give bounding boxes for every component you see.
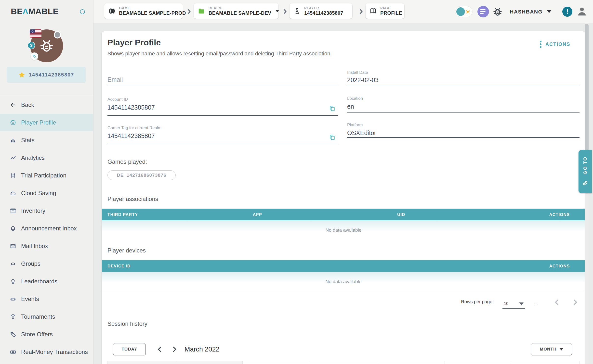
breadcrumb-player-chip[interactable]: PLAYER14541142385807 [290,3,352,19]
sidebar: BEΛMABLE $ 14541142385807 Back Player Pr… [0,0,93,364]
associations-table-header: THIRD PARTY APP UID ACTIONS [102,209,585,220]
sidebar-menu: Back Player Profile Stats Analytics Tria… [0,96,93,361]
breadcrumb-page-chip[interactable]: PAGEPROFILE [366,3,404,19]
platform-value: OSXEditor [347,129,376,137]
org-name: HASHBANG [510,9,542,15]
connection-status-icon [80,9,85,14]
calendar-month-title: March 2022 [184,346,220,353]
calendar-cell[interactable] [107,361,175,364]
globe-icon [108,7,116,15]
chevron-right-icon [282,8,288,15]
sidebar-item-back[interactable]: Back [0,96,93,114]
rows-per-page-select[interactable]: 10 [502,299,525,309]
calendar-prev-icon[interactable] [156,346,163,353]
sidebar-item-inventory[interactable]: Inventory [0,202,93,220]
sidebar-item-trial-participation[interactable]: Trial Participation [0,167,93,184]
people-icon [10,261,16,267]
calendar-grid-partial [107,361,580,364]
games-played-chip[interactable]: DE_14271686073876 [107,170,176,180]
sidebar-item-leaderboards[interactable]: Leaderboards [0,273,93,290]
gamer-tag-label: Gamer Tag for current Realm [107,126,161,130]
platform-label: Platform [347,123,363,127]
tag-badge-icon [31,52,38,60]
gamer-tag-value: 14541142385807 [107,132,155,139]
calendar-cell[interactable] [512,361,580,364]
us-flag-icon [30,29,41,38]
sidebar-item-player-profile[interactable]: Player Profile [0,114,93,131]
sliders-icon [10,172,16,179]
main-area: Player Profile Shows player name and all… [93,23,593,364]
sidebar-item-analytics[interactable]: Analytics [0,149,93,167]
beamable-portal: BEΛMABLE $ 14541142385807 Back Player Pr… [0,0,593,364]
breadcrumb-game-chip[interactable]: GAMEBEAMABLE SAMPLE-PROD [104,3,183,19]
sidebar-item-groups[interactable]: Groups [0,255,93,273]
devices-empty-state: No data available [102,279,585,284]
associations-empty-state: No data available [102,227,585,233]
page-book-icon [369,7,377,15]
chevron-down-icon [519,302,524,305]
location-label: Location [347,96,363,101]
presence-badge-icon [54,31,61,38]
pagination-range: – [534,301,537,307]
chevron-down-icon [547,10,551,13]
sidebar-item-tournaments[interactable]: Tournaments [0,308,93,326]
sidebar-item-mail-inbox[interactable]: Mail Inbox [0,237,93,255]
account-id-label: Account ID [107,97,128,102]
account-icon[interactable] [576,6,588,17]
avatar-bug-icon [38,37,55,54]
player-icon [293,7,301,15]
org-switcher[interactable]: HASHBANG [510,0,551,23]
kebab-menu-icon [540,40,541,49]
chevron-down-icon [560,348,563,351]
account-id-value: 14541142385807 [107,104,155,111]
today-button[interactable]: TODAY [113,343,146,355]
sidebar-item-store-offers[interactable]: Store Offers [0,326,93,343]
calendar-next-icon[interactable] [171,346,178,353]
sidebar-item-announcement-inbox[interactable]: Announcement Inbox [0,220,93,237]
sidebar-item-real-money-transactions[interactable]: Real-Money Transactions [0,343,93,361]
sidebar-item-cloud-saving[interactable]: Cloud Saving [0,184,93,202]
top-bar: GAMEBEAMABLE SAMPLE-PROD REALMBEAMABLE S… [93,0,593,23]
changelog-menu-button[interactable] [477,6,489,17]
player-profile-card: Player Profile Shows player name and all… [102,31,585,364]
controller-icon [10,296,16,302]
previous-page-icon[interactable] [553,299,561,306]
player-id-text: 14541142385807 [29,72,74,78]
email-field[interactable] [107,74,338,85]
currency-badge-icon: $ [27,42,35,49]
install-date-value: 2022-02-03 [347,76,379,84]
copy-account-id-icon[interactable] [329,105,335,112]
theme-toggle[interactable] [455,6,473,17]
arrow-left-icon [10,102,16,108]
sidebar-item-events[interactable]: Events [0,290,93,308]
copy-gamer-tag-icon[interactable] [329,134,335,140]
calendar-cell[interactable] [310,361,378,364]
calendar-cell[interactable] [175,361,243,364]
calendar-view-select[interactable]: MONTH [531,343,572,355]
goto-tab[interactable]: GO TO [579,150,592,193]
calendar-cell[interactable] [445,361,512,364]
alert-button[interactable]: ! [562,7,572,17]
line-chart-icon [10,155,16,161]
tag-icon [10,331,16,338]
sidebar-item-stats[interactable]: Stats [0,131,93,149]
envelope-icon [10,243,16,249]
player-id-badge[interactable]: 14541142385807 [7,67,86,83]
inventory-box-icon [10,208,16,214]
session-history-title: Session history [107,320,147,327]
beamable-logo: BEΛMABLE [11,7,59,16]
actions-button[interactable]: ACTIONS [540,40,570,49]
folder-icon [198,7,205,15]
chevron-right-icon [186,8,192,15]
logo-caret-icon: Λ [23,7,28,16]
face-icon [10,119,16,126]
breadcrumb-realm-chip[interactable]: REALMBEAMABLE SAMPLE-DEV [194,3,278,19]
location-value: en [347,103,354,110]
next-page-icon[interactable] [571,299,579,306]
theme-toggle-knob [456,7,465,16]
cloud-icon [10,190,16,196]
bug-report-button[interactable] [492,6,503,17]
devices-table-header: DEVICE ID ACTIONS [102,260,585,272]
calendar-cell[interactable] [243,361,310,364]
calendar-cell[interactable] [377,361,445,364]
